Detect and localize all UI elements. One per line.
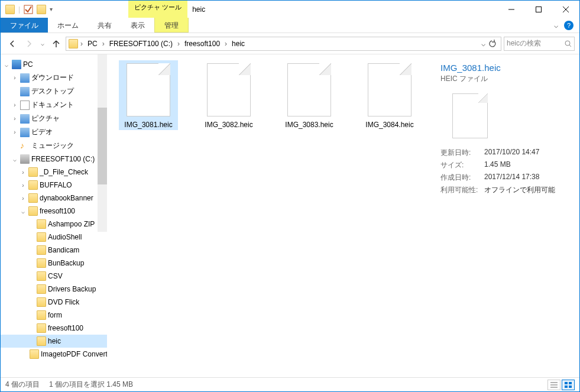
svg-rect-10 [565,382,568,384]
file-item[interactable]: IMG_3082.heic [199,60,258,130]
tab-share[interactable]: 共有 [88,18,121,33]
minimize-button[interactable] [498,1,525,18]
view-icons-button[interactable] [562,380,575,390]
tree-downloads[interactable]: ダウンロード [31,73,74,83]
caret-icon[interactable]: › [11,102,18,108]
file-item[interactable]: IMG_3084.heic [360,60,419,130]
tree-documents[interactable]: ドキュメント [31,100,74,110]
tree-desktop[interactable]: デスクトップ [31,86,74,96]
tree-folder[interactable]: BunBackup [48,259,84,267]
tab-home[interactable]: ホーム [48,18,88,33]
breadcrumb-drive[interactable]: FREESOFT100 (C:) [107,38,175,49]
svg-rect-12 [565,385,568,388]
search-input[interactable]: heicの検索 [504,37,575,51]
back-button[interactable] [5,37,20,51]
folder-icon [37,297,46,307]
close-button[interactable] [552,1,579,18]
tree-music[interactable]: ミュージック [31,141,74,151]
caret-icon[interactable]: › [20,195,27,202]
tree-scrollbar-thumb[interactable] [98,108,107,184]
tree-folder[interactable]: dynabookBanner [40,194,93,202]
details-availability-label: 利用可能性: [440,185,484,195]
folder-icon [28,193,38,203]
file-label: IMG_3081.heic [119,119,178,130]
disk-icon [20,154,30,164]
caret-icon[interactable]: › [20,182,27,189]
status-selection: 1 個の項目を選択 1.45 MB [49,380,133,390]
file-item[interactable]: IMG_3081.heic [119,60,178,130]
breadcrumb[interactable]: › PC › FREESOFT100 (C:) › freesoft100 › … [66,37,501,51]
tree-folder[interactable]: _D_File_Check [40,168,88,176]
tree-folder[interactable]: Drivers Backup [48,285,96,293]
svg-rect-2 [536,7,542,12]
breadcrumb-sep-icon[interactable]: › [101,40,106,48]
svg-line-6 [569,45,571,47]
quick-dropdown-icon[interactable]: ▾ [50,6,53,12]
file-item[interactable]: IMG_3083.heic [280,60,339,130]
details-availability-value: オフラインで利用可能 [484,185,555,195]
svg-point-5 [565,41,570,46]
refresh-icon[interactable] [488,40,496,48]
view-details-button[interactable] [547,380,560,390]
tree-folder[interactable]: Bandicam [48,246,79,254]
checkbox-icon[interactable] [24,5,33,14]
help-icon[interactable]: ? [564,21,573,30]
tree-folder-heic[interactable]: heic [48,337,61,345]
caret-icon[interactable]: ⌵ [11,156,18,163]
tree-folder[interactable]: Ashampoo ZIP [48,220,95,228]
documents-icon [20,101,30,110]
tree-folder[interactable]: AudioShell [48,233,82,241]
tab-manage[interactable]: 管理 [154,18,189,33]
status-count: 4 個の項目 [5,380,40,390]
file-tab[interactable]: ファイル [1,18,48,33]
address-bar: ⌵ › PC › FREESOFT100 (C:) › freesoft100 … [1,33,579,54]
caret-icon[interactable]: ⌵ [3,61,10,68]
maximize-button[interactable] [525,1,552,18]
quick-divider: | [18,5,20,14]
caret-icon[interactable]: › [11,74,18,81]
details-size-value: 1.45 MB [484,160,511,170]
breadcrumb-sep-icon[interactable]: › [223,40,228,48]
tree-pictures[interactable]: ピクチャ [31,114,60,124]
svg-rect-13 [569,385,572,388]
folder-icon [37,245,46,255]
up-button[interactable] [49,37,63,51]
tree-videos[interactable]: ビデオ [31,127,53,137]
folder-icon [37,232,46,242]
folder-icon [37,271,46,281]
caret-icon[interactable]: › [11,129,18,135]
breadcrumb-sep-icon[interactable]: › [176,40,181,48]
tree-folder[interactable]: DVD Flick [48,298,79,306]
tree-pc[interactable]: PC [23,60,33,69]
caret-icon[interactable]: › [11,115,18,122]
forward-button[interactable] [22,37,36,51]
breadcrumb-folder2[interactable]: heic [229,38,247,49]
caret-icon[interactable]: › [20,169,27,176]
quick-folder-icon[interactable] [37,5,46,14]
tree-folder[interactable]: ImagetoPDF Convert [41,350,107,358]
address-dropdown-icon[interactable]: ⌵ [481,40,485,48]
breadcrumb-pc[interactable]: PC [85,38,100,49]
tree-drive[interactable]: FREESOFT100 (C:) [31,155,95,163]
folder-app-icon [5,5,15,14]
tree-folder[interactable]: freesoft100 [48,324,83,332]
search-icon [565,40,572,47]
caret-icon[interactable]: ⌵ [20,208,27,215]
recent-dropdown-icon[interactable]: ⌵ [38,37,47,51]
tree-folder[interactable]: CSV [48,272,63,280]
tree-folder[interactable]: form [48,311,62,319]
folder-icon [28,167,38,177]
file-list[interactable]: IMG_3081.heic IMG_3082.heic IMG_3083.hei… [107,54,431,377]
tree-folder[interactable]: freesoft100 [40,207,75,215]
folder-icon [37,323,46,333]
navigation-tree[interactable]: ⌵PC ›ダウンロード デスクトップ ›ドキュメント ›ピクチャ ›ビデオ ♪ミ… [1,54,107,377]
downloads-icon [20,73,30,83]
details-created-value: 2017/12/14 17:38 [484,173,539,183]
details-modified-label: 更新日時: [440,148,484,158]
breadcrumb-sep-icon[interactable]: › [79,40,84,48]
tab-view[interactable]: 表示 [121,18,154,33]
breadcrumb-folder1[interactable]: freesoft100 [182,38,222,49]
expand-ribbon-icon[interactable]: ⌵ [554,21,558,30]
tree-folder[interactable]: BUFFALO [40,181,72,189]
file-icon [368,63,411,116]
